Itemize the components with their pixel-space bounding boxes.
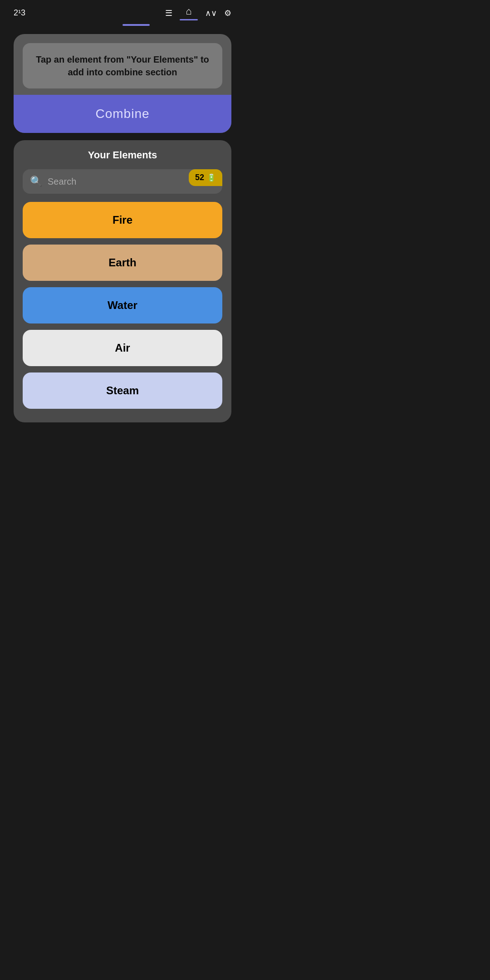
status-bar: 2¹3 ☰ ⌂ ∧∨ ⚙: [0, 0, 245, 24]
menu-icon: ☰: [165, 8, 172, 18]
combine-button[interactable]: Combine: [14, 95, 231, 133]
element-count: 52: [195, 173, 204, 182]
combine-card: Tap an element from "Your Elements" to a…: [14, 34, 231, 133]
count-badge: 52 🔋: [189, 169, 222, 186]
combine-hint-text: Tap an element from "Your Elements" to a…: [36, 54, 209, 77]
search-bar: 🔍 52 🔋: [23, 169, 222, 194]
settings-icon[interactable]: ⚙: [224, 8, 231, 18]
element-fire-button[interactable]: Fire: [23, 202, 222, 238]
element-steam-button[interactable]: Steam: [23, 372, 222, 409]
elements-card: Your Elements 🔍 52 🔋 Fire Earth Water Ai…: [14, 140, 231, 422]
sort-icon: ∧∨: [205, 8, 217, 18]
element-earth-button[interactable]: Earth: [23, 245, 222, 281]
bottom-space: [14, 430, 231, 448]
elements-title: Your Elements: [23, 149, 222, 161]
element-air-button[interactable]: Air: [23, 330, 222, 366]
elements-list: Fire Earth Water Air Steam: [23, 202, 222, 409]
element-water-button[interactable]: Water: [23, 287, 222, 323]
search-icon: 🔍: [30, 176, 42, 187]
status-time: 2¹3: [14, 8, 25, 18]
nav-indicator: [122, 24, 150, 26]
status-icons: ☰ ⌂ ∧∨ ⚙: [165, 5, 231, 20]
home-icon[interactable]: ⌂: [180, 5, 198, 20]
main-container: Tap an element from "Your Elements" to a…: [0, 29, 245, 457]
battery-icon: 🔋: [207, 173, 216, 182]
combine-hint: Tap an element from "Your Elements" to a…: [23, 43, 222, 88]
